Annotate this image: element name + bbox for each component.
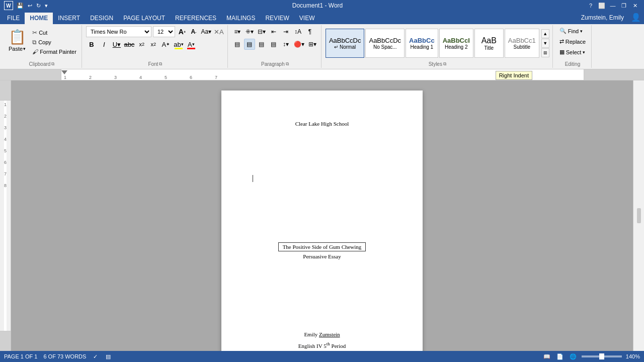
user-avatar[interactable]: 👤 — [628, 11, 644, 24]
styles-scroll: ▲ ▼ ⊞ — [541, 29, 549, 57]
style-normal[interactable]: AaBbCcDc ↵ Normal — [326, 29, 365, 58]
tab-insert[interactable]: INSERT — [53, 13, 85, 24]
line-spacing-button[interactable]: ↕▾ — [280, 39, 291, 50]
font-group: Times New Ro 12 A+ A- Aa▾ ✕A B I U▾ abc … — [83, 25, 228, 68]
show-hide-button[interactable]: ¶ — [304, 26, 315, 37]
quick-access-toolbar: 💾 ↩ ↻ ▾ — [15, 2, 49, 10]
proofing-button[interactable]: ✓ — [92, 353, 99, 360]
font-size-select[interactable]: 12 — [153, 26, 175, 37]
text-highlight-button[interactable]: ab ▾ — [173, 39, 184, 50]
customize-quick-access[interactable]: ▾ — [43, 2, 49, 10]
clipboard-expand[interactable]: ⧉ — [51, 61, 54, 67]
styles-more[interactable]: ⊞ — [541, 48, 549, 57]
italic-button[interactable]: I — [99, 39, 110, 50]
tab-view[interactable]: VIEW — [294, 13, 320, 24]
left-indent-marker[interactable] — [61, 70, 67, 74]
style-title[interactable]: AaB Title — [474, 29, 504, 58]
tab-file[interactable]: FILE — [2, 13, 25, 24]
format-painter-button[interactable]: 🖌 Format Painter — [30, 47, 78, 56]
subscript-button[interactable]: x2 — [136, 39, 147, 50]
decrease-indent-button[interactable]: ⇤ — [268, 26, 279, 37]
paragraph-group: ≡▾ ⁜▾ ⊟▾ ⇤ ⇥ ↕A ¶ ▤ ▤ ▤ ▤ ↕▾ 🔴▾ ⊞▾ Parag… — [229, 25, 321, 68]
justify-button[interactable]: ▤ — [268, 39, 279, 50]
paste-button[interactable]: 📋 Paste ▾ — [5, 26, 29, 53]
web-layout-button[interactable]: 🌐 — [569, 353, 578, 360]
style-no-spacing[interactable]: AaBbCcDc No Spac... — [365, 29, 405, 58]
grow-font-button[interactable]: A+ — [177, 26, 188, 37]
replace-button[interactable]: ⇄ Replace — [557, 37, 588, 46]
help-button[interactable]: ? — [586, 2, 596, 10]
maximize-button[interactable]: ❐ — [619, 2, 629, 10]
class-label: English IV 5 — [298, 342, 327, 348]
tab-page-layout[interactable]: PAGE LAYOUT — [118, 13, 170, 24]
vertical-scrollbar-thumb[interactable] — [637, 208, 641, 223]
ribbon-minimize-button[interactable]: ⬜ — [597, 2, 607, 10]
style-heading2[interactable]: AaBbCcI Heading 2 — [439, 29, 473, 58]
multilevel-button[interactable]: ⊟▾ — [256, 26, 267, 37]
user-name[interactable]: Zumstein, Emily — [577, 12, 628, 24]
font-color-button[interactable]: A ▾ — [186, 39, 197, 50]
styles-expand[interactable]: ⧉ — [443, 61, 446, 67]
strikethrough-button[interactable]: abc — [124, 39, 135, 50]
styles-content: AaBbCcDc ↵ Normal AaBbCcDc No Spac... Aa… — [326, 26, 549, 60]
clipboard-small-buttons: ✂ Cut ⧉ Copy 🖌 Format Painter — [30, 26, 78, 56]
undo-button[interactable]: ↩ — [26, 2, 34, 10]
change-case-button[interactable]: Aa▾ — [201, 26, 212, 37]
zoom-slider[interactable] — [582, 355, 622, 357]
tab-design[interactable]: DESIGN — [85, 13, 118, 24]
select-icon: ▦ — [559, 49, 565, 55]
font-content: Times New Ro 12 A+ A- Aa▾ ✕A B I U▾ abc … — [86, 26, 224, 60]
shading-button[interactable]: 🔴▾ — [292, 39, 306, 50]
find-button[interactable]: 🔍 Find ▾ — [557, 26, 585, 36]
bullets-button[interactable]: ≡▾ — [232, 26, 243, 37]
sort-button[interactable]: ↕A — [292, 26, 303, 37]
document-area[interactable]: Clear Lake High School The Positive Side… — [11, 80, 633, 351]
copy-button[interactable]: ⧉ Copy — [30, 38, 78, 47]
style-subtitle[interactable]: AaBbCc1 Subtitle — [505, 29, 539, 58]
period-label: Period — [330, 342, 346, 348]
numbering-button[interactable]: ⁜▾ — [244, 26, 255, 37]
clipboard-group: 📋 Paste ▾ ✂ Cut ⧉ Copy 🖌 Format Painter — [2, 25, 82, 68]
underline-button[interactable]: U▾ — [111, 39, 122, 50]
tab-references[interactable]: REFERENCES — [170, 13, 221, 24]
author-first-name: Emily — [304, 331, 317, 337]
layout-button[interactable]: ▤ — [105, 353, 112, 360]
ribbon-tabs: FILE HOME INSERT DESIGN PAGE LAYOUT REFE… — [0, 11, 644, 24]
paste-icon: 📋 — [9, 28, 25, 46]
redo-button[interactable]: ↻ — [35, 2, 42, 10]
ruler-area: 1 2 3 4 5 6 7 Right Indent — [0, 69, 644, 80]
format-painter-icon: 🖌 — [32, 48, 38, 55]
increase-indent-button[interactable]: ⇥ — [280, 26, 291, 37]
read-mode-button[interactable]: 📖 — [542, 353, 551, 360]
minimize-button[interactable]: — — [608, 2, 618, 10]
print-layout-button[interactable]: 📄 — [555, 353, 565, 360]
save-button[interactable]: 💾 — [15, 2, 25, 10]
paragraph-expand[interactable]: ⧉ — [286, 61, 289, 67]
superscript-button[interactable]: x2 — [148, 39, 159, 50]
status-right: 📖 📄 🌐 140% — [542, 353, 640, 360]
tab-mailings[interactable]: MAILINGS — [221, 13, 260, 24]
select-button[interactable]: ▦ Select ▾ — [557, 47, 588, 57]
styles-group-header: Styles ⧉ — [326, 60, 549, 68]
borders-button[interactable]: ⊞▾ — [307, 39, 318, 50]
ruler-tick: 5 — [165, 75, 167, 80]
styles-scroll-down[interactable]: ▼ — [541, 39, 549, 48]
font-name-select[interactable]: Times New Ro — [86, 26, 151, 37]
ruler-bar[interactable]: 1 2 3 4 5 6 7 Right Indent — [61, 69, 584, 80]
paste-dropdown-icon[interactable]: ▾ — [23, 46, 26, 51]
shrink-font-button[interactable]: A- — [188, 26, 199, 37]
bold-button[interactable]: B — [86, 39, 97, 50]
document-page[interactable]: Clear Lake High School The Positive Side… — [221, 90, 423, 351]
align-center-button[interactable]: ▤ — [244, 39, 255, 50]
font-expand[interactable]: ⧉ — [159, 61, 162, 67]
text-effects-button[interactable]: A✦ — [160, 39, 172, 50]
tab-review[interactable]: REVIEW — [260, 13, 294, 24]
cut-button[interactable]: ✂ Cut — [30, 28, 78, 37]
tab-home[interactable]: HOME — [25, 13, 53, 24]
styles-scroll-up[interactable]: ▲ — [541, 29, 549, 38]
clear-formatting-button[interactable]: ✕A — [213, 26, 224, 37]
close-button[interactable]: ✕ — [630, 2, 640, 10]
align-right-button[interactable]: ▤ — [256, 39, 267, 50]
style-heading1[interactable]: AaBbCc Heading 1 — [406, 29, 438, 58]
align-left-button[interactable]: ▤ — [232, 39, 243, 50]
